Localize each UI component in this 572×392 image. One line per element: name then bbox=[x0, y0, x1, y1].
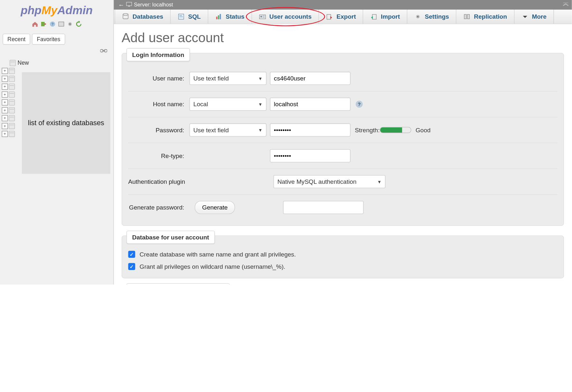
chevron-down-icon: ▼ bbox=[377, 179, 381, 184]
database-icon bbox=[9, 68, 15, 74]
tab-more-icon bbox=[521, 13, 529, 20]
reload-icon[interactable] bbox=[75, 21, 82, 28]
login-panel: Login Information User name: Use text fi… bbox=[122, 53, 564, 226]
sql-icon[interactable] bbox=[58, 21, 65, 28]
svg-rect-17 bbox=[216, 17, 217, 19]
retype-input[interactable] bbox=[270, 149, 350, 163]
expand-icon[interactable]: + bbox=[2, 68, 8, 74]
password-input[interactable] bbox=[270, 124, 350, 137]
password-label: Password: bbox=[128, 126, 189, 134]
tab-status[interactable]: Status bbox=[208, 10, 252, 24]
createdb-label: Create database with same name and grant… bbox=[140, 251, 296, 258]
genpass-label: Generate password: bbox=[128, 204, 189, 211]
wildcard-label: Grant all privileges on wildcard name (u… bbox=[140, 263, 285, 270]
global-legend: Global privileges ✓ Check all bbox=[126, 283, 230, 285]
tab-databases[interactable]: Databases bbox=[115, 10, 171, 24]
svg-rect-11 bbox=[563, 3, 568, 3]
expand-icon[interactable]: + bbox=[2, 76, 8, 82]
back-button[interactable]: ← bbox=[116, 1, 126, 8]
tab-user-accounts[interactable]: User accounts bbox=[252, 10, 319, 24]
tab-more[interactable]: More bbox=[514, 10, 554, 24]
db-overlay: list of existing databases bbox=[22, 72, 110, 174]
svg-rect-9 bbox=[126, 2, 132, 6]
checkbox-wildcard[interactable]: ✓ bbox=[128, 263, 135, 270]
tree-new-label: New bbox=[17, 60, 29, 66]
database-icon bbox=[9, 115, 15, 121]
username-mode-select[interactable]: Use text field▼ bbox=[189, 72, 266, 85]
expand-icon[interactable]: + bbox=[2, 99, 8, 106]
svg-rect-28 bbox=[464, 14, 466, 19]
database-icon bbox=[9, 107, 15, 113]
tab-recent[interactable]: Recent bbox=[3, 34, 30, 45]
svg-point-21 bbox=[260, 16, 262, 17]
exit-icon[interactable] bbox=[40, 21, 47, 28]
database-icon bbox=[10, 60, 16, 66]
authplugin-select[interactable]: Native MySQL authentication▼ bbox=[273, 175, 385, 188]
tab-export[interactable]: Export bbox=[319, 10, 364, 24]
sidebar-toolbar: ? bbox=[0, 19, 113, 31]
tab-user-accounts-icon bbox=[259, 13, 266, 20]
svg-rect-18 bbox=[218, 15, 219, 19]
server-icon bbox=[126, 1, 132, 8]
hostname-mode-select[interactable]: Local▼ bbox=[189, 98, 266, 111]
chevron-down-icon: ▼ bbox=[258, 102, 263, 107]
tab-label: SQL bbox=[188, 13, 201, 20]
checkbox-createdb[interactable]: ✓ bbox=[128, 251, 135, 258]
expand-icon[interactable]: + bbox=[2, 107, 8, 113]
expand-icon[interactable]: + bbox=[2, 115, 8, 121]
expand-icon[interactable]: + bbox=[2, 131, 8, 137]
password-mode-select[interactable]: Use text field▼ bbox=[189, 124, 266, 137]
svg-point-27 bbox=[417, 16, 419, 17]
username-label: User name: bbox=[128, 75, 189, 82]
tab-favorites[interactable]: Favorites bbox=[32, 34, 65, 45]
tab-sql[interactable]: SQL bbox=[171, 10, 208, 24]
help-icon[interactable]: ? bbox=[356, 101, 363, 108]
strength-label: Strength: bbox=[355, 126, 380, 134]
svg-rect-29 bbox=[467, 14, 470, 19]
expand-icon[interactable]: + bbox=[2, 84, 8, 90]
authplugin-label: Authentication plugin bbox=[128, 178, 270, 185]
chevron-down-icon: ▼ bbox=[258, 127, 263, 132]
svg-rect-23 bbox=[262, 17, 264, 17]
tab-export-icon bbox=[326, 13, 333, 20]
generate-button[interactable]: Generate bbox=[195, 201, 235, 214]
tab-label: Status bbox=[226, 13, 244, 20]
expand-icon[interactable]: + bbox=[2, 91, 8, 98]
topbar: ← Server: localhost bbox=[114, 0, 572, 10]
logo: phpMyAdmin bbox=[0, 0, 113, 19]
expand-icon[interactable]: + bbox=[2, 123, 8, 129]
help-icon[interactable]: ? bbox=[49, 21, 56, 28]
hostname-input[interactable] bbox=[270, 98, 350, 111]
svg-text:?: ? bbox=[51, 22, 53, 26]
home-icon[interactable] bbox=[31, 21, 38, 28]
tab-label: Import bbox=[381, 13, 400, 20]
tab-label: Export bbox=[337, 13, 356, 20]
svg-rect-25 bbox=[373, 14, 376, 19]
svg-rect-15 bbox=[180, 15, 182, 16]
svg-rect-22 bbox=[262, 16, 264, 16]
collapse-icon[interactable] bbox=[562, 1, 569, 8]
generated-password-input[interactable] bbox=[283, 201, 364, 214]
tab-label: User accounts bbox=[269, 13, 311, 20]
tab-replication-icon bbox=[464, 13, 471, 20]
strength-bar bbox=[380, 127, 411, 133]
db-legend: Database for user account bbox=[126, 231, 215, 244]
tab-label: More bbox=[532, 13, 546, 20]
tab-status-icon bbox=[215, 13, 222, 20]
db-panel: Database for user account ✓ Create datab… bbox=[122, 236, 564, 278]
svg-rect-24 bbox=[327, 14, 331, 19]
username-input[interactable] bbox=[270, 72, 350, 85]
link-icon[interactable] bbox=[0, 47, 113, 57]
tree-new[interactable]: New bbox=[2, 59, 113, 67]
tab-import-icon bbox=[370, 13, 377, 20]
main-content: Add user account Login Information User … bbox=[114, 24, 572, 285]
tab-settings[interactable]: Settings bbox=[407, 10, 457, 24]
svg-rect-8 bbox=[102, 50, 105, 51]
svg-rect-19 bbox=[219, 14, 221, 19]
tab-import[interactable]: Import bbox=[363, 10, 407, 24]
chevron-down-icon: ▼ bbox=[258, 76, 263, 81]
gear-icon[interactable] bbox=[66, 21, 73, 28]
tab-replication[interactable]: Replication bbox=[457, 10, 514, 24]
svg-point-5 bbox=[69, 23, 70, 25]
tab-label: Databases bbox=[133, 13, 163, 20]
